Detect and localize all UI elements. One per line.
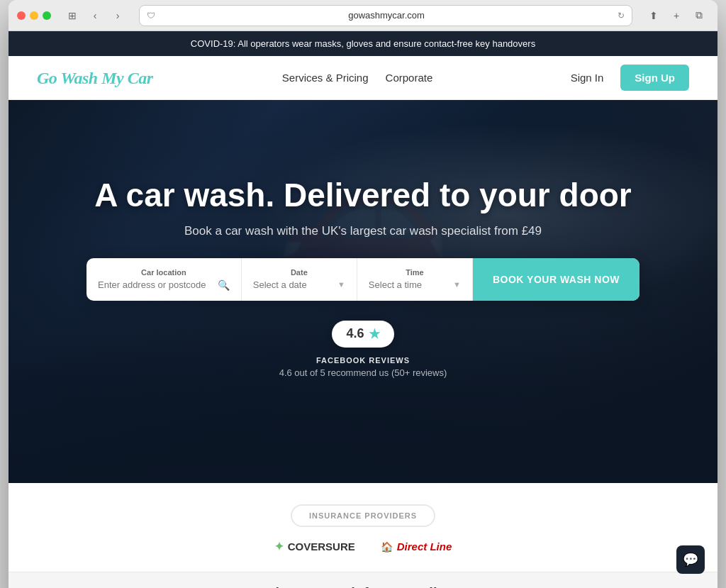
browser-titlebar: ⊞ ‹ › 🛡 gowashmycar.com ↻ ⬆ + ⧉ — [9, 0, 717, 31]
address-bar[interactable]: 🛡 gowashmycar.com ↻ — [139, 5, 632, 26]
footer-peek: Book a car wash for your clients... — [9, 572, 717, 588]
browser-controls: ⊞ ‹ › — [62, 6, 128, 26]
refresh-icon[interactable]: ↻ — [618, 11, 625, 21]
site-header: Go Wash My Car Services & Pricing Corpor… — [9, 56, 717, 100]
sidebar-toggle[interactable]: ⊞ — [62, 6, 82, 26]
date-input[interactable] — [253, 279, 333, 290]
directline-icon: 🏠 — [381, 541, 393, 553]
date-input-wrapper: ▼ — [253, 279, 345, 290]
signin-button[interactable]: Sign In — [562, 66, 613, 89]
nav-corporate[interactable]: Corporate — [386, 72, 433, 84]
website-content: COVID-19: All operators wear masks, glov… — [9, 31, 717, 588]
signup-button[interactable]: Sign Up — [620, 65, 689, 91]
covid-banner: COVID-19: All operators wear masks, glov… — [9, 31, 717, 56]
new-tab-button[interactable]: + — [666, 6, 686, 26]
nav-actions: Sign In Sign Up — [562, 65, 689, 91]
time-label: Time — [369, 268, 461, 277]
hero-subtitle: Book a car wash with the UK's largest ca… — [86, 224, 640, 238]
traffic-lights — [17, 11, 51, 20]
insurance-label: INSURANCE PROVIDERS — [309, 511, 417, 520]
chat-widget[interactable]: 💬 — [676, 545, 705, 574]
hero-title: A car wash. Delivered to your door — [86, 177, 640, 214]
back-button[interactable]: ‹ — [85, 6, 105, 26]
share-button[interactable]: ⬆ — [644, 6, 664, 26]
coversure-text: COVERSURE — [288, 540, 355, 553]
time-chevron-icon: ▼ — [453, 280, 461, 289]
location-field[interactable]: Car location 🔍 — [86, 258, 242, 301]
coversure-logo: ✦ COVERSURE — [274, 540, 355, 553]
rating-label: FACEBOOK REVIEWS — [279, 356, 447, 365]
rating-badge: 4.6 ★ — [332, 321, 393, 348]
time-input[interactable] — [369, 279, 449, 290]
rating-section: 4.6 ★ FACEBOOK REVIEWS 4.6 out of 5 reco… — [279, 321, 447, 378]
location-label: Car location — [98, 268, 230, 277]
location-input[interactable] — [98, 279, 213, 290]
rating-score: 4.6 — [346, 326, 364, 341]
site-logo[interactable]: Go Wash My Car — [37, 68, 152, 88]
rating-sub-text: 4.6 out of 5 recommend us (50+ reviews) — [279, 367, 447, 378]
time-input-wrapper: ▼ — [369, 279, 461, 290]
insurance-card: INSURANCE PROVIDERS — [291, 504, 435, 527]
minimize-button[interactable] — [30, 11, 38, 20]
chat-icon: 💬 — [683, 552, 698, 567]
close-button[interactable] — [17, 11, 26, 20]
location-input-wrapper: 🔍 — [98, 279, 230, 291]
security-icon: 🛡 — [147, 11, 155, 21]
main-nav: Services & Pricing Corporate — [282, 72, 432, 84]
tabs-button[interactable]: ⧉ — [689, 6, 709, 26]
date-label: Date — [253, 268, 345, 277]
rating-star-icon: ★ — [369, 326, 380, 342]
footer-peek-text: Book a car wash for your clients... — [248, 585, 479, 588]
time-field[interactable]: Time ▼ — [357, 258, 473, 301]
insurance-logos: ✦ COVERSURE 🏠 Direct Line — [274, 540, 452, 553]
search-icon: 🔍 — [218, 279, 230, 291]
covid-text: COVID-19: All operators wear masks, glov… — [191, 38, 535, 49]
url-text: gowashmycar.com — [160, 10, 613, 21]
browser-action-buttons: ⬆ + ⧉ — [644, 6, 709, 26]
book-wash-button[interactable]: BOOK YOUR WASH NOW — [473, 258, 640, 301]
coversure-icon: ✦ — [274, 540, 284, 553]
directline-logo: 🏠 Direct Line — [381, 540, 452, 553]
date-chevron-icon: ▼ — [337, 280, 345, 289]
hero-content: A car wash. Delivered to your door Book … — [58, 177, 668, 301]
hero-section: A car wash. Delivered to your door Book … — [9, 100, 717, 483]
forward-button[interactable]: › — [108, 6, 128, 26]
insurance-section: INSURANCE PROVIDERS ✦ COVERSURE 🏠 Direct… — [9, 483, 717, 572]
booking-form: Car location 🔍 Date ▼ — [86, 258, 640, 301]
directline-text: Direct Line — [397, 540, 452, 553]
maximize-button[interactable] — [43, 11, 51, 20]
nav-services[interactable]: Services & Pricing — [282, 72, 369, 84]
date-field[interactable]: Date ▼ — [242, 258, 357, 301]
